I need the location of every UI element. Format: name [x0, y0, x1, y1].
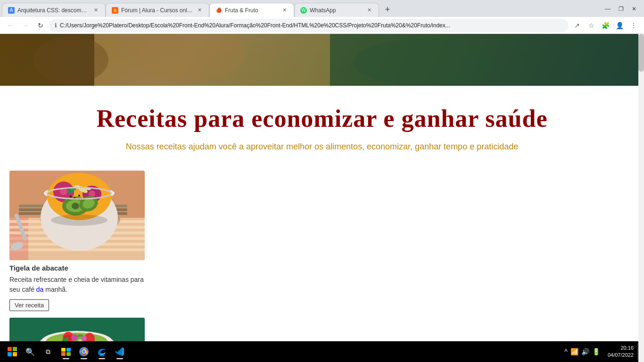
task-view-button[interactable]: ⧉ — [40, 343, 57, 360]
recipe-section: Tigela de abacate Receita refrescante e … — [0, 166, 644, 341]
tray-volume-icon[interactable]: 🔊 — [581, 348, 589, 355]
tray-wifi-icon[interactable]: 📶 — [570, 348, 578, 355]
recipe-title-1: Tigela de abacate — [9, 264, 146, 272]
scrollbar-thumb[interactable] — [638, 34, 644, 72]
tab-favicon-fruta: 🍎 — [215, 7, 222, 14]
window-controls: — ❐ ✕ — [602, 3, 640, 15]
minimize-button[interactable]: — — [602, 3, 614, 15]
tab-bar: A Arquitetura CSS: descomplicand... ✕ a … — [0, 0, 644, 17]
close-button[interactable]: ✕ — [628, 3, 640, 15]
start-button[interactable] — [4, 343, 21, 360]
extensions-icon[interactable]: 🧩 — [599, 19, 612, 32]
svg-point-37 — [70, 196, 72, 197]
taskbar-vscode-button[interactable] — [111, 343, 128, 360]
share-icon[interactable]: ↗ — [570, 19, 584, 32]
tab-favicon-arquitetura: A — [8, 7, 15, 14]
url-info-icon: ℹ — [55, 22, 57, 29]
page-content: Receitas para economizar e ganhar saúde … — [0, 34, 644, 341]
tab-close-whatsapp[interactable]: ✕ — [365, 7, 373, 14]
tab-close-forum[interactable]: ✕ — [196, 7, 203, 14]
profile-icon[interactable]: 👤 — [613, 19, 626, 32]
tab-title-whatsapp: WhatsApp — [310, 7, 363, 14]
svg-point-31 — [72, 203, 79, 209]
taskbar-explorer-button[interactable] — [58, 343, 74, 360]
taskbar-search-button[interactable]: 🔍 — [22, 343, 39, 360]
menu-icon[interactable]: ⋮ — [627, 19, 640, 32]
reload-button[interactable]: ↻ — [34, 19, 47, 32]
tab-close-arquitetura[interactable]: ✕ — [92, 7, 99, 14]
description-text-1: Receita refrescante e cheia de vitaminas… — [9, 276, 144, 293]
svg-rect-62 — [61, 348, 66, 352]
svg-rect-17 — [9, 231, 28, 234]
section-subtitle: Nossas receitas ajudam você a aproveitar… — [0, 137, 644, 166]
tab-title-fruta: Fruta & Fruto — [225, 7, 278, 14]
recipe-image-2 — [9, 318, 145, 341]
tab-title-arquitetura: Arquitetura CSS: descomplicand... — [17, 7, 89, 14]
tab-favicon-whatsapp: W — [300, 7, 307, 14]
system-tray: ^ 📶 🔊 🔋 — [561, 348, 604, 355]
tab-arquitetura[interactable]: A Arquitetura CSS: descomplicand... ✕ — [2, 3, 106, 17]
bookmark-icon[interactable]: ☆ — [585, 19, 598, 32]
tray-battery-icon[interactable]: 🔋 — [592, 348, 600, 355]
tray-show-hidden-icon[interactable]: ^ — [564, 348, 568, 355]
tab-forum[interactable]: a Fórum | Alura - Cursos online de... ✕ — [106, 3, 209, 17]
fruit-bowl-image — [9, 318, 145, 341]
maximize-button[interactable]: ❐ — [615, 3, 627, 15]
svg-point-59 — [81, 336, 87, 341]
avocado-bowl-image — [9, 171, 145, 260]
description-text-2: manhã. — [43, 286, 67, 293]
tab-fruta-fruto[interactable]: 🍎 Fruta & Fruto ✕ — [209, 3, 294, 17]
windows-logo-icon — [8, 347, 17, 356]
svg-rect-65 — [66, 352, 71, 356]
svg-point-3 — [33, 36, 108, 83]
clock-time: 20:16 — [620, 345, 634, 352]
svg-marker-71 — [122, 347, 124, 356]
svg-point-5 — [354, 39, 495, 86]
recipe-description-1: Receita refrescante e cheia de vitaminas… — [9, 275, 146, 295]
svg-rect-64 — [66, 348, 71, 352]
tab-whatsapp[interactable]: W WhatsApp ✕ — [294, 3, 379, 17]
ver-receita-button-1[interactable]: Ver receita — [9, 299, 49, 311]
taskbar-chrome-button[interactable] — [75, 343, 92, 360]
tab-close-fruta[interactable]: ✕ — [281, 7, 288, 14]
recipe-card-1: Tigela de abacate Receita refrescante e … — [9, 171, 146, 341]
forward-button[interactable]: → — [19, 19, 32, 32]
url-text: C:/Users/Jorge%20Platero/Desktop/Escola%… — [60, 22, 563, 29]
svg-point-58 — [71, 334, 78, 341]
system-clock[interactable]: 20:16 04/07/2022 — [605, 345, 636, 359]
main-heading: Receitas para economizar e ganhar saúde — [9, 105, 635, 132]
tab-favicon-forum: a — [112, 7, 118, 14]
taskbar: 🔍 ⧉ — [0, 341, 644, 362]
section-title-area: Receitas para economizar e ganhar saúde — [0, 86, 644, 137]
url-bar[interactable]: ℹ C:/Users/Jorge%20Platero/Desktop/Escol… — [49, 19, 569, 32]
tab-title-forum: Fórum | Alura - Cursos online de... — [121, 7, 193, 14]
clock-date: 04/07/2022 — [608, 352, 634, 359]
browser-window: A Arquitetura CSS: descomplicand... ✕ a … — [0, 0, 644, 362]
scrollbar-track[interactable] — [638, 34, 644, 362]
svg-rect-63 — [61, 352, 66, 356]
back-button[interactable]: ← — [4, 19, 17, 32]
svg-marker-72 — [116, 351, 117, 354]
svg-point-43 — [51, 214, 107, 226]
address-bar: ← → ↻ ℹ C:/Users/Jorge%20Platero/Desktop… — [0, 17, 644, 34]
hero-image — [0, 34, 644, 86]
description-highlight: da — [36, 286, 44, 293]
subtitle-text: Nossas receitas ajudam você a aproveitar… — [9, 142, 635, 152]
taskbar-edge-button[interactable] — [93, 343, 110, 360]
toolbar-icons: ↗ ☆ 🧩 👤 ⋮ — [570, 19, 640, 32]
svg-point-69 — [83, 350, 85, 353]
new-tab-button[interactable]: + — [381, 3, 394, 16]
recipe-image-1 — [9, 171, 145, 260]
svg-point-40 — [78, 195, 80, 197]
